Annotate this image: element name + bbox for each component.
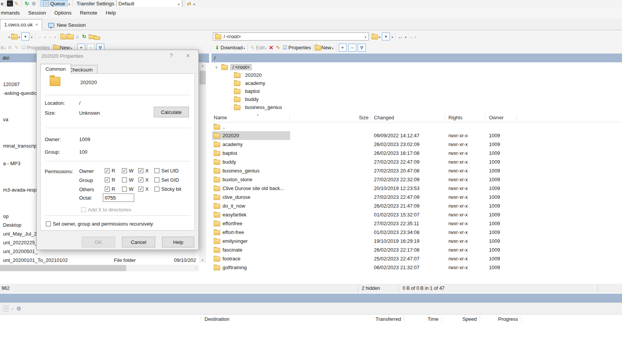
- octal-input[interactable]: [103, 193, 134, 202]
- file-row[interactable]: emilysinger 19/10/2019 16:29:19 rwxr-xr-…: [211, 237, 622, 245]
- transfer-preset-select[interactable]: Default: [117, 0, 182, 7]
- tab-session[interactable]: 1.cwcs.co.uk ×: [0, 19, 42, 30]
- read-checkbox[interactable]: [105, 177, 110, 182]
- tab-common[interactable]: Common: [40, 64, 71, 74]
- tree-item[interactable]: ∨ / <root>: [211, 63, 622, 71]
- local-hscrollbar[interactable]: ›: [0, 265, 199, 271]
- scroll-thumb[interactable]: [0, 265, 126, 271]
- select-minus-icon[interactable]: −: [348, 44, 356, 52]
- menu-commands[interactable]: mmands: [1, 10, 20, 16]
- queue-item-caret[interactable]: [11, 306, 13, 311]
- open-directory-icon[interactable]: [371, 34, 378, 40]
- cancel-button[interactable]: Cancel: [122, 237, 155, 247]
- file-row[interactable]: business_genius 27/02/2023 20:47:08 rwxr…: [211, 166, 622, 175]
- dialog-close-icon[interactable]: ×: [184, 52, 192, 59]
- write-checkbox[interactable]: [122, 168, 127, 173]
- tree-item[interactable]: academy: [211, 79, 622, 87]
- synchronize-icon[interactable]: ↻: [23, 0, 30, 6]
- open-directory-caret[interactable]: [18, 34, 20, 39]
- back-caret[interactable]: [44, 34, 46, 39]
- ok-button[interactable]: OK: [82, 237, 115, 247]
- properties-icon[interactable]: ☑: [20, 45, 27, 51]
- open-session-icon[interactable]: ✎: [13, 0, 20, 6]
- help-button[interactable]: Help: [162, 237, 194, 247]
- queue-splitter[interactable]: [0, 294, 622, 302]
- back-icon[interactable]: ←: [37, 34, 44, 40]
- file-row[interactable]: buxton_stone 27/02/2023 22:32:09 rwxr-xr…: [211, 175, 622, 184]
- tree-item[interactable]: 202020: [211, 71, 622, 79]
- add-x-checkbox[interactable]: [81, 207, 86, 212]
- file-row[interactable]: easyfartlek 01/02/2023 15:32:07 rwxr-xr-…: [211, 210, 622, 219]
- column-rights[interactable]: Rights: [448, 115, 463, 120]
- scroll-right-icon[interactable]: ›: [192, 265, 199, 271]
- read-checkbox[interactable]: [105, 168, 110, 173]
- column-size[interactable]: Size: [289, 115, 369, 120]
- column-changed[interactable]: Changed: [374, 115, 394, 120]
- file-row[interactable]: fascinate 26/02/2023 22:17:08 rwxr-xr-x …: [211, 245, 622, 254]
- queue-column-transferred[interactable]: Transferred: [356, 316, 401, 322]
- execute-checkbox[interactable]: [138, 187, 143, 192]
- remote-path-select[interactable]: / <root>: [213, 32, 369, 41]
- menu-session[interactable]: Session: [28, 10, 46, 16]
- recursive-checkbox[interactable]: [46, 221, 51, 226]
- menu-help[interactable]: Help: [106, 10, 116, 16]
- open-directory-caret[interactable]: [379, 34, 380, 39]
- tree-item[interactable]: buddy: [211, 95, 622, 103]
- special-checkbox[interactable]: [154, 187, 159, 192]
- queue-settings-gear-icon[interactable]: ⚙: [15, 306, 22, 312]
- parent-directory-icon[interactable]: [60, 34, 67, 40]
- file-row[interactable]: 202020 09/09/2022 14:12:47 rwxr-xr-x 100…: [211, 131, 622, 140]
- dialog-help-icon[interactable]: ?: [167, 52, 175, 58]
- edit-icon[interactable]: ✎: [249, 45, 256, 51]
- transfer-options-caret[interactable]: [193, 1, 195, 6]
- file-row[interactable]: footrace 25/02/2023 22:47:07 rwxr-xr-x 1…: [211, 254, 622, 263]
- new-button[interactable]: New: [322, 45, 331, 50]
- back-caret[interactable]: [405, 34, 406, 39]
- select-plus-icon[interactable]: +: [339, 44, 347, 52]
- file-row[interactable]: academy 26/02/2023 23:02:09 rwxr-xr-x 10…: [211, 140, 622, 149]
- filter-icon[interactable]: ▼: [382, 32, 390, 41]
- delete-icon[interactable]: ✕: [6, 45, 13, 51]
- queue-column-time[interactable]: Time: [404, 316, 438, 322]
- tree-toggle-icon[interactable]: [91, 34, 98, 40]
- rename-icon[interactable]: ✎: [274, 45, 281, 51]
- filter-icon[interactable]: ▼: [21, 32, 29, 41]
- queue-item-icon[interactable]: [2, 306, 9, 312]
- read-checkbox[interactable]: [105, 187, 110, 192]
- execute-checkbox[interactable]: [138, 168, 143, 173]
- queue-column-progress[interactable]: Progress: [480, 316, 518, 322]
- local-file-row[interactable]: unt_20200101_To_20210102 File folder 09/…: [0, 256, 199, 265]
- properties-icon[interactable]: ☑: [281, 45, 288, 51]
- download-icon[interactable]: ⇓: [214, 45, 221, 51]
- file-row[interactable]: baptist 26/02/2023 16:17:08 rwxr-xr-x 10…: [211, 149, 622, 158]
- forward-icon[interactable]: →: [407, 34, 414, 40]
- scroll-down-icon[interactable]: ∨: [199, 257, 206, 263]
- edit-button-fragment[interactable]: it: [1, 45, 3, 50]
- forward-icon[interactable]: →: [47, 34, 54, 40]
- file-row[interactable]: golftraining 06/02/2023 21:32:07 rwxr-xr…: [211, 263, 622, 272]
- close-tab-icon[interactable]: ×: [35, 22, 38, 28]
- properties-button[interactable]: Properties: [288, 45, 311, 50]
- queue-column-speed[interactable]: Speed: [442, 316, 477, 322]
- root-directory-icon[interactable]: [67, 34, 74, 40]
- file-row[interactable]: ..: [211, 122, 622, 131]
- forward-caret[interactable]: [415, 34, 416, 39]
- tree-item[interactable]: baptist: [211, 87, 622, 95]
- rename-icon[interactable]: ✎: [13, 45, 20, 51]
- queue-column-destination[interactable]: Destination: [205, 316, 229, 322]
- special-checkbox[interactable]: [154, 168, 159, 173]
- scroll-up-icon[interactable]: ∧: [199, 62, 206, 69]
- edit-button[interactable]: Edit: [256, 45, 265, 50]
- file-row[interactable]: effort-free 01/02/2023 23:34:08 rwxr-xr-…: [211, 228, 622, 237]
- file-row[interactable]: do_it_now 26/02/2023 21:47:09 rwxr-xr-x …: [211, 202, 622, 210]
- file-row[interactable]: buddy 27/02/2023 22:47:09 rwxr-xr-x 1009: [211, 158, 622, 166]
- scroll-thumb[interactable]: [200, 71, 206, 84]
- local-vscrollbar[interactable]: ∧ ∨: [199, 62, 206, 263]
- forward-caret[interactable]: [54, 34, 56, 39]
- tab-new-session[interactable]: New Session: [44, 20, 89, 30]
- calculate-button[interactable]: Calculate: [154, 107, 189, 117]
- transfer-options-icon[interactable]: ⇄: [186, 0, 193, 6]
- column-name[interactable]: Name: [214, 115, 227, 120]
- execute-checkbox[interactable]: [138, 177, 143, 182]
- tree-expander[interactable]: ∨: [211, 65, 221, 69]
